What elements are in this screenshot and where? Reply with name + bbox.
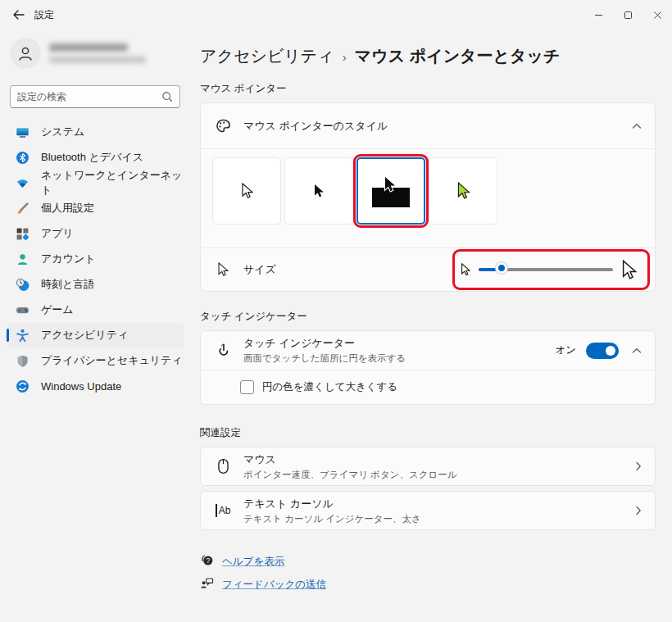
sidebar-item-system[interactable]: システム [7, 120, 184, 144]
settings-search[interactable] [10, 85, 180, 108]
inverted-pointer-icon [372, 173, 410, 209]
user-email-redacted [49, 57, 146, 63]
search-input[interactable] [17, 91, 161, 102]
sidebar-item-personalization[interactable]: 個人用設定 [7, 196, 184, 220]
darker-circle-checkbox[interactable] [240, 380, 254, 394]
breadcrumb-parent[interactable]: アクセシビリティ [200, 45, 334, 67]
chevron-up-icon[interactable] [632, 123, 642, 129]
sidebar-item-label: ゲーム [41, 302, 74, 317]
show-help-link[interactable]: ヘルプを表示 [222, 555, 284, 569]
touch-circle-option-row: 円の色を濃くして大きくする [201, 370, 655, 404]
pointer-size-slider[interactable] [479, 268, 613, 271]
sidebar-item-label: システム [41, 125, 84, 139]
pointer-style-title: マウス ポインターのスタイル [243, 119, 388, 134]
search-icon [161, 91, 173, 102]
toggle-knob [606, 346, 615, 356]
sidebar-item-accessibility[interactable]: アクセシビリティ [7, 323, 184, 347]
sidebar-item-label: アカウント [41, 252, 96, 266]
mouse-icon [214, 457, 232, 475]
titlebar: 設定 [0, 0, 672, 30]
sidebar-item-label: アクセシビリティ [41, 328, 128, 343]
sidebar-item-accounts[interactable]: アカウント [7, 247, 184, 271]
window-controls [583, 0, 672, 30]
section-label-related: 関連設定 [200, 426, 656, 440]
sidebar-item-bluetooth[interactable]: Bluetooth とデバイス [7, 145, 184, 170]
maximize-icon [624, 11, 633, 20]
related-text-cursor-subtitle: テキスト カーソル インジケーター、太さ [243, 513, 421, 525]
pointer-style-option-white[interactable] [212, 157, 281, 225]
pointer-size-slider-group [456, 249, 642, 290]
app-title: 設定 [34, 8, 54, 22]
privacy-icon [15, 353, 30, 368]
personalization-icon [15, 201, 30, 216]
sidebar-item-gaming[interactable]: ゲーム [7, 297, 184, 322]
windows-update-icon [15, 379, 30, 393]
sidebar-item-label: Windows Update [41, 380, 121, 393]
close-icon [653, 11, 662, 20]
sidebar-item-privacy[interactable]: プライバシーとセキュリティ [7, 348, 184, 373]
sidebar-item-label: ネットワークとインターネット [41, 168, 184, 197]
pointer-style-option-inverted[interactable] [356, 157, 425, 225]
back-arrow-icon [12, 10, 25, 20]
user-identity [49, 43, 146, 63]
avatar [10, 38, 41, 69]
touch-indicator-subtitle: 画面でタッチした箇所に円を表示する [243, 352, 406, 365]
section-label-touch: タッチ インジケーター [200, 310, 656, 324]
pointer-style-option-black[interactable] [284, 157, 353, 225]
feedback-icon [200, 576, 214, 592]
slider-thumb[interactable] [496, 262, 507, 274]
touch-indicator-card: タッチ インジケーター 画面でタッチした箇所に円を表示する オン 円の色を濃くし… [200, 330, 656, 405]
sidebar-item-label: 時刻と言語 [41, 277, 94, 292]
sidebar-item-network[interactable]: ネットワークとインターネット [7, 170, 184, 195]
chevron-up-icon[interactable] [632, 347, 642, 354]
network-icon [15, 175, 30, 190]
green-pointer-icon [456, 182, 470, 200]
related-mouse-title: マウス [243, 452, 457, 467]
toggle-state-label: オン [555, 343, 576, 357]
sidebar-item-label: Bluetooth とデバイス [41, 150, 143, 165]
touch-toggle-group: オン [555, 343, 642, 359]
touch-icon [214, 342, 232, 360]
main-content: アクセシビリティ › マウス ポインターとタッチ マウス ポインター マウス ポ… [190, 30, 672, 622]
mouse-pointer-style-card: マウス ポインターのスタイル [200, 102, 656, 292]
accounts-icon [15, 252, 30, 266]
text-cursor-icon: Ab [214, 502, 232, 520]
touch-indicator-header[interactable]: タッチ インジケーター 画面でタッチした箇所に円を表示する オン [201, 331, 655, 370]
apps-icon [15, 226, 30, 241]
user-profile[interactable] [7, 33, 184, 77]
pointer-size-label: サイズ [243, 262, 276, 277]
chevron-right-icon [635, 506, 642, 515]
help-links: ? ヘルプを表示 フィードバックの送信 [200, 553, 656, 592]
large-cursor-icon [621, 260, 637, 280]
pointer-style-option-custom-green[interactable] [429, 157, 497, 225]
palette-icon [214, 117, 232, 135]
page-title: マウス ポインターとタッチ [355, 45, 561, 67]
sidebar-item-time-language[interactable]: 時刻と言語 [7, 272, 184, 297]
pointer-style-header[interactable]: マウス ポインターのスタイル [201, 103, 655, 148]
gaming-icon [15, 302, 30, 317]
sidebar-item-apps[interactable]: アプリ [7, 221, 184, 246]
close-button[interactable] [642, 0, 672, 30]
maximize-button[interactable] [613, 0, 642, 30]
svg-text:?: ? [206, 556, 210, 565]
send-feedback-link[interactable]: フィードバックの送信 [222, 578, 326, 592]
help-icon: ? [200, 553, 214, 570]
touch-indicator-toggle[interactable] [586, 343, 619, 359]
sidebar: システム Bluetooth とデバイス ネットワークとインターネット 個人用設… [0, 30, 190, 622]
breadcrumb-separator-icon: › [343, 48, 347, 64]
minimize-button[interactable] [583, 0, 613, 30]
person-icon [16, 44, 34, 62]
back-button[interactable] [5, 2, 31, 27]
black-pointer-icon [313, 184, 325, 198]
sidebar-item-windows-update[interactable]: Windows Update [7, 374, 184, 398]
bluetooth-icon [15, 150, 30, 165]
small-cursor-icon [461, 263, 470, 276]
sidebar-item-label: アプリ [41, 226, 74, 241]
touch-indicator-title: タッチ インジケーター [243, 336, 406, 351]
system-icon [15, 125, 30, 139]
related-text-cursor-card[interactable]: Ab テキスト カーソル テキスト カーソル インジケーター、太さ [200, 491, 656, 530]
related-mouse-card[interactable]: マウス ポインター速度、プライマリ ボタン、スクロール [200, 447, 656, 486]
time-language-icon [15, 277, 30, 292]
related-mouse-subtitle: ポインター速度、プライマリ ボタン、スクロール [243, 469, 457, 481]
breadcrumb: アクセシビリティ › マウス ポインターとタッチ [200, 43, 656, 69]
